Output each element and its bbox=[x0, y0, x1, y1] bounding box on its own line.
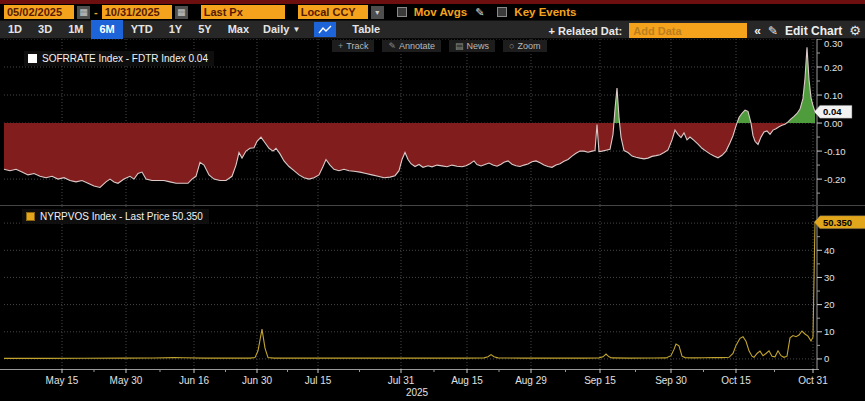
last-value-badge: 50.350 bbox=[814, 216, 865, 229]
news-icon: ▤ bbox=[455, 42, 464, 51]
bottom-panel-legend[interactable]: NYRPVOS Index - Last Price 50.350 bbox=[22, 209, 209, 224]
svg-text:Aug 15: Aug 15 bbox=[451, 375, 483, 386]
svg-text:-0.20: -0.20 bbox=[824, 174, 846, 185]
gear-icon[interactable]: ⚙ bbox=[849, 23, 861, 38]
top-panel-legend[interactable]: SOFRRATE Index - FDTR Index 0.04 bbox=[24, 51, 214, 66]
range-1m-button[interactable]: 1M bbox=[60, 20, 91, 39]
mov-avgs-checkbox[interactable] bbox=[397, 7, 407, 17]
start-date-field[interactable]: 05/02/2025 bbox=[4, 5, 74, 19]
range-ytd-button[interactable]: YTD bbox=[123, 20, 161, 39]
frequency-dropdown[interactable]: Daily ▼ bbox=[257, 20, 306, 39]
annotate-label: Annotate bbox=[399, 41, 435, 51]
mov-avgs-edit-pencil-icon[interactable]: ✎ bbox=[475, 6, 484, 19]
zoom-button[interactable]: ○ Zoom bbox=[503, 40, 546, 52]
annotate-pencil-icon: ✎ bbox=[388, 42, 396, 51]
range-6m-button[interactable]: 6M bbox=[91, 20, 122, 39]
calendar-icon[interactable]: ▦ bbox=[175, 6, 188, 19]
range-max-button[interactable]: Max bbox=[220, 20, 257, 39]
edit-chart-pencil-icon[interactable]: ✎ bbox=[768, 24, 778, 38]
news-label: News bbox=[467, 41, 490, 51]
svg-text:Oct 15: Oct 15 bbox=[721, 375, 751, 386]
news-button[interactable]: ▤ News bbox=[449, 40, 495, 52]
annotate-button[interactable]: ✎ Annotate bbox=[382, 40, 441, 52]
table-button[interactable]: Table bbox=[344, 20, 388, 39]
x-axis: May 15May 30Jun 16Jun 30Jul 15Jul 31Aug … bbox=[0, 369, 828, 398]
range-toolbar: 1D 3D 1M 6M YTD 1Y 5Y Max Daily ▼ Table … bbox=[0, 20, 865, 39]
key-events-label: Key Events bbox=[514, 6, 576, 18]
svg-text:2025: 2025 bbox=[406, 387, 429, 398]
series-swatch-white bbox=[28, 54, 37, 63]
svg-text:-0.10: -0.10 bbox=[824, 146, 846, 157]
volume-chart-panel[interactable]: 40302010050.350May 15May 30Jun 16Jun 30J… bbox=[0, 206, 865, 401]
collapse-panel-button[interactable]: « bbox=[754, 24, 761, 38]
gridlines bbox=[4, 206, 817, 369]
svg-text:Jul 15: Jul 15 bbox=[305, 375, 332, 386]
svg-text:0.10: 0.10 bbox=[824, 90, 843, 101]
zoom-label: Zoom bbox=[517, 41, 540, 51]
chevron-down-icon[interactable]: ▾ bbox=[371, 6, 384, 19]
series-swatch-amber bbox=[26, 212, 35, 221]
chevron-down-icon: ▼ bbox=[292, 25, 300, 34]
line-chart-icon bbox=[318, 25, 332, 35]
legend-text: SOFRRATE Index - FDTR Index 0.04 bbox=[42, 53, 208, 64]
chart-tools-toolbar: + Track ✎ Annotate ▤ News ○ Zoom bbox=[332, 40, 547, 52]
crosshair-icon: + bbox=[338, 42, 343, 51]
price-type-field[interactable]: Last Px bbox=[201, 5, 285, 19]
track-button[interactable]: + Track bbox=[332, 40, 374, 52]
range-1y-button[interactable]: 1Y bbox=[161, 20, 190, 39]
svg-text:0: 0 bbox=[824, 353, 829, 364]
track-label: Track bbox=[346, 41, 368, 51]
calendar-icon[interactable]: ▦ bbox=[77, 6, 90, 19]
legend-text: NYRPVOS Index - Last Price 50.350 bbox=[40, 211, 203, 222]
svg-text:0.00: 0.00 bbox=[824, 118, 843, 129]
key-events-checkbox[interactable] bbox=[497, 7, 507, 17]
line-chart-type-button[interactable] bbox=[314, 22, 336, 37]
last-value-badge: 0.04 bbox=[814, 105, 852, 118]
svg-text:Sep 30: Sep 30 bbox=[655, 375, 687, 386]
svg-text:Jun 16: Jun 16 bbox=[179, 375, 209, 386]
toolbar-right-group: + Related Dat: « ✎ Edit Chart ⚙ bbox=[549, 21, 861, 40]
right-axis: 0.300.200.100.00-0.10-0.20 bbox=[817, 39, 846, 206]
range-1d-button[interactable]: 1D bbox=[0, 20, 30, 39]
svg-text:30: 30 bbox=[824, 272, 835, 283]
svg-text:May 15: May 15 bbox=[46, 375, 79, 386]
svg-text:40: 40 bbox=[824, 245, 835, 256]
svg-text:Sep 15: Sep 15 bbox=[584, 375, 616, 386]
related-data-label[interactable]: + Related Dat: bbox=[549, 25, 623, 37]
svg-text:Jul 31: Jul 31 bbox=[388, 375, 415, 386]
svg-text:10: 10 bbox=[824, 326, 835, 337]
svg-text:Jun 30: Jun 30 bbox=[242, 375, 272, 386]
currency-field[interactable]: Local CCY bbox=[298, 5, 368, 19]
edit-chart-button[interactable]: Edit Chart bbox=[785, 24, 842, 38]
svg-text:0.04: 0.04 bbox=[823, 106, 842, 117]
bloomberg-chart-window: 05/02/2025 ▦ - 10/31/2025 ▦ Last Px Loca… bbox=[0, 0, 865, 401]
svg-text:20: 20 bbox=[824, 299, 835, 310]
date-range-separator: - bbox=[93, 6, 99, 18]
magnifier-icon: ○ bbox=[509, 42, 514, 51]
chart-settings-toolbar: 05/02/2025 ▦ - 10/31/2025 ▦ Last Px Loca… bbox=[0, 4, 865, 20]
svg-text:May 30: May 30 bbox=[110, 375, 143, 386]
end-date-field[interactable]: 10/31/2025 bbox=[102, 5, 172, 19]
svg-text:Oct 31: Oct 31 bbox=[798, 375, 828, 386]
add-data-input[interactable] bbox=[629, 23, 747, 38]
frequency-label: Daily bbox=[263, 23, 289, 35]
right-axis: 403020100 bbox=[817, 206, 835, 369]
svg-text:50.350: 50.350 bbox=[823, 217, 852, 228]
range-5y-button[interactable]: 5Y bbox=[190, 20, 219, 39]
svg-text:Aug 29: Aug 29 bbox=[515, 375, 547, 386]
svg-text:0.20: 0.20 bbox=[824, 62, 843, 73]
mov-avgs-label: Mov Avgs bbox=[414, 6, 467, 18]
range-3d-button[interactable]: 3D bbox=[30, 20, 60, 39]
chart-area[interactable]: + Track ✎ Annotate ▤ News ○ Zoom SOFRRAT… bbox=[0, 39, 865, 401]
svg-text:0.30: 0.30 bbox=[824, 39, 843, 49]
